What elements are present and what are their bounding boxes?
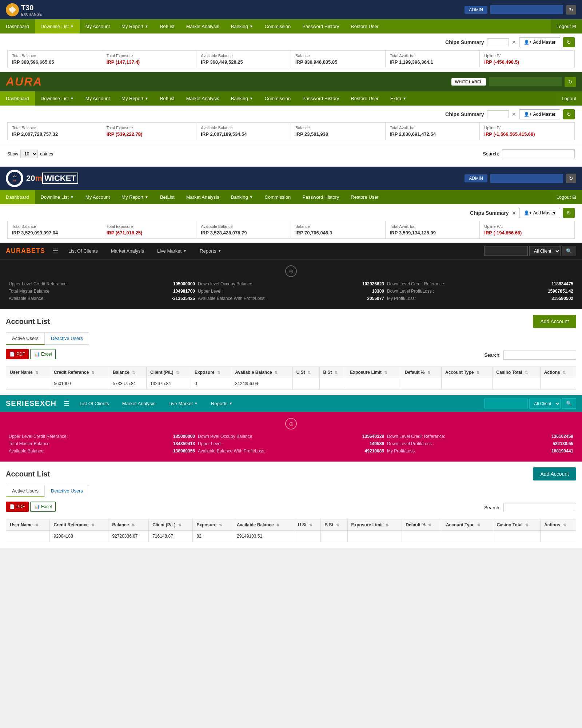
aura-nav-restore[interactable]: Restore User [345, 91, 384, 106]
wicket-chips-refresh[interactable]: ↻ [563, 208, 575, 218]
aurabets-stats-circle: ⊕ [9, 265, 573, 277]
se-cell-ust [294, 531, 320, 542]
t30-nav-commission[interactable]: Commission [259, 19, 297, 33]
aurabets-my-profit: My Profit/Loss: 315590502 [387, 296, 573, 301]
t30-search-input[interactable] [490, 5, 563, 14]
t30-balance-label: Balance [295, 54, 381, 58]
t30-nav-betlist[interactable]: BetList [154, 19, 180, 33]
t30-chips-close[interactable]: ✕ [512, 39, 516, 45]
seriesexch-client-select[interactable]: All Client [529, 399, 561, 409]
aurabets-reports[interactable]: Reports ▼ [197, 247, 224, 255]
aurabets-table-search[interactable] [503, 351, 576, 360]
aurabets-market-analysis[interactable]: Market Analysis [108, 247, 147, 255]
t30-exposure-label: Total Exposure [107, 54, 192, 58]
wicket-nav-commission[interactable]: Commission [259, 190, 297, 204]
seriesexch-live-market[interactable]: Live Market ▼ [166, 399, 201, 408]
wicket-balance-exposure: Total Exposure IRP (671,018.25) [102, 221, 197, 238]
aura-nav-password[interactable]: Password History [296, 91, 345, 106]
aurabets-add-account-btn[interactable]: Add Account [533, 315, 576, 328]
t30-nav-restore[interactable]: Restore User [345, 19, 384, 33]
t30-nav-downline[interactable]: Downline List ▼ [35, 19, 80, 33]
wicket-nav-restore[interactable]: Restore User [345, 190, 384, 204]
aurabets-search-btn[interactable]: 🔍 [562, 246, 576, 256]
t30-nav-password[interactable]: Password History [296, 19, 345, 33]
aura-nav-myreport[interactable]: My Report ▼ [116, 91, 154, 106]
aurabets-account-list-title: Account List [6, 317, 50, 326]
aurabets-hamburger[interactable]: ☰ [52, 247, 58, 255]
seriesexch-table-search[interactable] [503, 503, 576, 512]
seriesexch-my-profit-value: 188190441 [551, 448, 573, 454]
t30-add-master-btn[interactable]: 👤+ Add Master [519, 37, 560, 47]
aurabets-expand-icon[interactable]: ⊕ [285, 265, 297, 277]
wicket-nav-downline[interactable]: Downline List ▼ [35, 190, 80, 204]
cell-acctype [442, 378, 493, 389]
aura-nav-myaccount[interactable]: My Account [80, 91, 116, 106]
seriesexch-available-value: -138980356 [172, 448, 195, 454]
seriesexch-add-account-btn[interactable]: Add Account [533, 467, 576, 480]
wicket-refresh-btn[interactable]: ↻ [566, 174, 576, 183]
t30-nav-market[interactable]: Market Analysis [180, 19, 225, 33]
aurabets-pdf-btn[interactable]: 📄 PDF [6, 349, 29, 359]
aurabets-tab-deactive[interactable]: Deactive Users [45, 332, 89, 345]
aura-nav-betlist[interactable]: BetList [154, 91, 180, 106]
seriesexch-reports[interactable]: Reports ▼ [208, 399, 235, 408]
aurabets-section: AURABETS ☰ List Of Clients Market Analys… [0, 243, 582, 395]
aura-nav-commission[interactable]: Commission [259, 91, 297, 106]
t30-nav-myreport[interactable]: My Report ▼ [116, 19, 154, 33]
aura-nav-banking[interactable]: Banking ▼ [225, 91, 259, 106]
seriesexch-hamburger[interactable]: ☰ [64, 400, 69, 408]
seriesexch-tab-active[interactable]: Active Users [6, 485, 45, 497]
seriesexch-tab-deactive[interactable]: Deactive Users [45, 485, 89, 497]
se-th-actions: Actions ⇅ [541, 519, 576, 531]
aura-nav-downline[interactable]: Downline List ▼ [35, 91, 80, 106]
seriesexch-list-clients[interactable]: List Of Clients [77, 399, 112, 408]
seriesexch-search-btn[interactable]: 🔍 [562, 398, 576, 409]
seriesexch-market-analysis[interactable]: Market Analysis [119, 399, 158, 408]
aurabets-tab-active[interactable]: Active Users [6, 332, 45, 345]
wicket-nav-password[interactable]: Password History [296, 190, 345, 204]
wicket-add-master-btn[interactable]: 👤+ Add Master [519, 208, 560, 218]
aurabets-client-select[interactable]: All Client [529, 246, 561, 256]
aurabets-live-market[interactable]: Live Market ▼ [154, 247, 190, 255]
seriesexch-excel-btn[interactable]: 📊 Excel [30, 502, 56, 512]
aura-nav-extra[interactable]: Extra ▼ [384, 91, 412, 106]
wicket-nav-betlist[interactable]: BetList [154, 190, 180, 204]
t30-logout-btn[interactable]: Logout ⊞ [551, 19, 582, 33]
aura-add-master-btn[interactable]: 👤+ Add Master [519, 109, 560, 119]
t30-nav-banking[interactable]: Banking ▼ [225, 19, 259, 33]
aurabets-list-clients[interactable]: List Of Clients [65, 247, 101, 255]
seriesexch-expand-icon[interactable]: ⊕ [285, 418, 297, 430]
wicket-nav-myreport[interactable]: My Report ▼ [116, 190, 154, 204]
aura-avail-total-value: IRP 2,030,691,472.54 [390, 131, 475, 137]
seriesexch-pdf-btn[interactable]: 📄 PDF [6, 502, 29, 512]
t30-refresh-btn[interactable]: ↻ [566, 5, 576, 15]
aura-chips-refresh[interactable]: ↻ [563, 109, 575, 119]
aura-refresh-btn[interactable]: ↻ [565, 77, 576, 87]
t30-nav-dashboard[interactable]: Dashboard [0, 19, 35, 33]
aura-logout-btn[interactable]: Logout [556, 91, 582, 106]
wicket-nav-dashboard[interactable]: Dashboard [0, 190, 35, 204]
aurabets-search-field[interactable] [484, 246, 528, 256]
aura-entries-select[interactable]: 10 25 50 [20, 150, 38, 158]
wicket-nav-market[interactable]: Market Analysis [180, 190, 225, 204]
seriesexch-tabs: Active Users Deactive Users [6, 485, 576, 497]
aura-chips-search[interactable] [487, 110, 509, 118]
aura-nav-dashboard[interactable]: Dashboard [0, 91, 35, 106]
wicket-nav-banking[interactable]: Banking ▼ [225, 190, 259, 204]
t30-chips-refresh[interactable]: ↻ [563, 37, 575, 47]
t30-exposure-value: IRP (147,137.4) [107, 59, 192, 65]
aura-table-search[interactable] [502, 149, 575, 158]
wicket-chips-close[interactable]: ✕ [512, 210, 516, 216]
wicket-nav-myaccount[interactable]: My Account [80, 190, 116, 204]
aurabets-excel-btn[interactable]: 📊 Excel [30, 349, 56, 359]
aura-white-label-input[interactable] [489, 77, 562, 86]
seriesexch-search-field[interactable] [484, 399, 528, 408]
aura-nav-market[interactable]: Market Analysis [180, 91, 225, 106]
wicket-search-input[interactable] [490, 174, 563, 183]
t30-chips-search[interactable] [487, 38, 509, 46]
se-cell-balance: 92720336.87 [108, 531, 149, 542]
aura-chips-close[interactable]: ✕ [512, 111, 516, 117]
wicket-logout-btn[interactable]: Logout ⊞ [551, 190, 582, 204]
t30-nav-myaccount[interactable]: My Account [80, 19, 116, 33]
aurabets-down-profit: Down Level Profit/Loss : 15907851.42 [387, 289, 573, 294]
